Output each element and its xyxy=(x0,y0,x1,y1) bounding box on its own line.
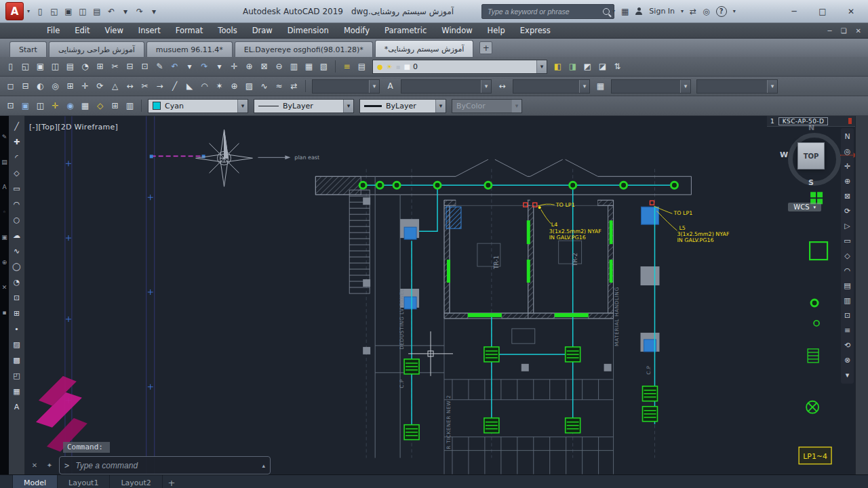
doc-close-button[interactable]: ✕ xyxy=(856,27,861,35)
command-customize-icon[interactable]: ✦ xyxy=(44,460,55,470)
rotate-icon[interactable]: ⟳ xyxy=(93,79,107,94)
command-close-icon[interactable]: ✕ xyxy=(29,460,40,470)
exchange-apps-icon[interactable]: ⇄ xyxy=(690,7,696,16)
linetype-dropdown[interactable]: ByLayer xyxy=(254,99,354,113)
polyline-icon[interactable]: ◜ xyxy=(10,151,23,164)
zoom-realtime-icon[interactable]: ⊕ xyxy=(242,60,256,74)
dim-style-dropdown[interactable] xyxy=(401,79,492,94)
match-properties-icon[interactable]: ✎ xyxy=(153,60,167,74)
align-icon[interactable]: ⇄ xyxy=(287,79,301,94)
list-tool-icon[interactable]: ≡ xyxy=(844,326,850,335)
menu-modify[interactable]: Modify xyxy=(336,26,377,35)
cut-icon[interactable]: ✂ xyxy=(108,60,122,74)
help-dropdown-icon[interactable]: ▾ xyxy=(733,8,736,14)
ellipse-icon[interactable]: ◯ xyxy=(10,260,23,273)
pan-icon[interactable]: ✛ xyxy=(227,60,241,74)
menu-parametric[interactable]: Parametric xyxy=(377,26,434,35)
autocad-logo[interactable]: A xyxy=(5,2,24,20)
menu-draw[interactable]: Draw xyxy=(245,26,280,35)
save-all-icon[interactable]: ◫ xyxy=(76,5,90,18)
plot-style-dropdown-2[interactable] xyxy=(696,79,778,94)
zoom-window-icon[interactable]: ⊠ xyxy=(257,60,271,74)
undo-icon[interactable]: ↶ xyxy=(167,60,182,74)
zoom-extents-icon[interactable]: ⊕ xyxy=(844,177,850,186)
drawing-area[interactable]: plan east xyxy=(25,116,855,474)
viewcube-west[interactable]: W xyxy=(780,150,788,159)
array-icon[interactable]: ⊞ xyxy=(63,79,77,94)
line-tool-icon[interactable]: ╱ xyxy=(10,120,23,133)
clipped-close-icon[interactable]: ✕ xyxy=(2,284,7,291)
mtext-icon[interactable]: A xyxy=(10,401,23,413)
ucs-dropdown[interactable]: WCS ▾ xyxy=(788,203,821,211)
mirror-icon[interactable]: ◐ xyxy=(33,79,47,94)
zoom-previous-icon[interactable]: ⊖ xyxy=(272,60,286,74)
redo-icon[interactable]: ↷ xyxy=(133,5,146,18)
hatch-icon[interactable]: ▨ xyxy=(10,338,23,351)
plot-icon[interactable]: ▤ xyxy=(63,60,77,74)
layer-walk-icon[interactable]: ⇅ xyxy=(610,60,625,74)
properties-icon[interactable]: ▥ xyxy=(287,60,301,74)
open-icon[interactable]: ◱ xyxy=(18,60,33,74)
search-icon[interactable] xyxy=(603,8,610,15)
saveas-icon[interactable]: ◫ xyxy=(48,60,62,74)
file-tab-amoozesh-system-active[interactable]: آموزش سیستم روشنایی* xyxy=(375,40,474,57)
break-icon[interactable]: ╱ xyxy=(167,79,182,94)
more-tools-icon[interactable]: ▾ xyxy=(846,371,850,380)
layer-unisolate-icon[interactable]: ◪ xyxy=(595,60,610,74)
polygon-icon[interactable]: ◇ xyxy=(10,167,23,180)
color-dropdown[interactable]: Cyan xyxy=(148,99,248,113)
paste-icon[interactable]: ⊡ xyxy=(138,60,152,74)
doc-minimize-button[interactable]: ─ xyxy=(828,27,832,35)
layer-dropdown[interactable]: ●☀▪■ 0 xyxy=(372,60,547,74)
table-icon[interactable]: ▦ xyxy=(10,385,23,398)
file-tab-dayereye[interactable]: EL.Dayereye osghofi(98.01.28)* xyxy=(235,41,373,57)
dim-style-icon[interactable]: ↔ xyxy=(495,79,509,94)
object-snap-icon[interactable]: ▣ xyxy=(18,99,33,113)
help-icon[interactable]: ? xyxy=(716,6,727,17)
command-line[interactable]: > ▴ xyxy=(59,456,271,474)
navigation-wheel-icon[interactable]: ◎ xyxy=(844,147,851,156)
model-tab[interactable]: Model xyxy=(12,475,58,488)
viewcube-top-face[interactable]: TOP xyxy=(797,142,825,169)
file-tab-start[interactable]: Start xyxy=(9,41,47,57)
menu-dimension[interactable]: Dimension xyxy=(280,26,336,35)
command-input[interactable] xyxy=(74,460,257,471)
mleader-style-dropdown[interactable] xyxy=(611,79,691,94)
qnew-icon[interactable]: ▯ xyxy=(33,5,47,18)
snap-icon[interactable]: ⊡ xyxy=(3,99,18,113)
undo-drop-icon[interactable]: ▾ xyxy=(182,60,197,74)
qnew-icon[interactable]: ▯ xyxy=(3,60,18,74)
construction-line-icon[interactable]: ✚ xyxy=(10,136,23,148)
text-style-icon[interactable]: A xyxy=(383,79,397,94)
rect-tool-icon[interactable]: ▭ xyxy=(844,237,850,245)
point-filter-icon[interactable]: ◉ xyxy=(63,99,77,113)
region-icon[interactable]: ◰ xyxy=(10,369,23,382)
layer-isolate-icon[interactable]: ◩ xyxy=(580,60,595,74)
scale-icon[interactable]: △ xyxy=(108,79,122,94)
clipped-text-icon[interactable]: A xyxy=(2,184,6,190)
grid-tool-icon[interactable]: ▤ xyxy=(844,281,850,290)
menu-window[interactable]: Window xyxy=(434,26,479,35)
new-tab-button[interactable]: + xyxy=(479,41,492,54)
hatch-edit-icon[interactable]: ▨ xyxy=(242,79,256,94)
clipped-zoom-icon[interactable]: ⊕ xyxy=(2,259,7,266)
table-style-dropdown[interactable] xyxy=(513,79,590,94)
redo-drop-icon[interactable]: ▾ xyxy=(212,60,226,74)
stretch-icon[interactable]: ↔ xyxy=(123,79,137,94)
compass-north-icon[interactable]: N xyxy=(844,132,850,141)
designcenter-icon[interactable]: ▦ xyxy=(302,60,316,74)
cart-icon[interactable]: ▦ xyxy=(621,7,629,16)
spline-icon[interactable]: ∿ xyxy=(10,245,23,258)
menu-express[interactable]: Express xyxy=(513,26,558,35)
copy-icon[interactable]: ⊟ xyxy=(123,60,137,74)
plot-icon[interactable]: ▤ xyxy=(90,5,104,18)
extend-icon[interactable]: → xyxy=(153,79,167,94)
layer-previous-icon[interactable]: ◨ xyxy=(566,60,580,74)
clipped-square-icon[interactable]: ▣ xyxy=(1,234,7,241)
menu-insert[interactable]: Insert xyxy=(131,26,168,35)
close-button[interactable]: ✕ xyxy=(837,7,865,16)
move-icon[interactable]: ✛ xyxy=(78,79,92,94)
file-tab-amoozesh-tarahi[interactable]: آموزش طراحی روشنایی xyxy=(49,41,144,57)
redo-icon[interactable]: ↷ xyxy=(197,60,212,74)
layers-tool-icon[interactable]: ▥ xyxy=(844,296,850,305)
